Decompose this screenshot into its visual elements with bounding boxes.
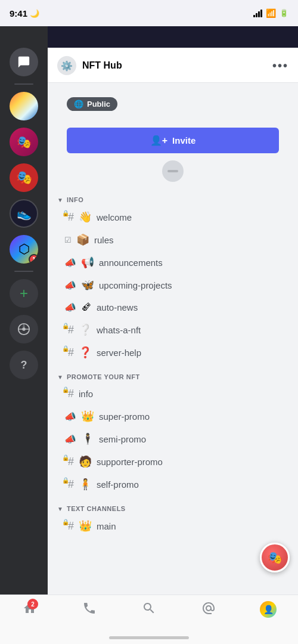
server-more-button[interactable]: ••• <box>272 59 288 73</box>
channel-rules[interactable]: ☑ 📦 rules <box>48 228 298 251</box>
scroll-indicator <box>162 160 184 182</box>
promote-chevron-icon: ▼ <box>57 374 63 380</box>
bottom-nav-home[interactable]: 2 <box>15 601 45 618</box>
self-promo-emoji: 🧍 <box>79 478 92 491</box>
invite-icon: 👤+ <box>150 135 167 146</box>
server-header: ⚙️ NFT Hub ••• <box>48 48 298 83</box>
info-chevron-icon: ▼ <box>57 197 63 203</box>
channel-main[interactable]: 🔒 # 👑 main <box>48 515 298 537</box>
sidebar-server-4[interactable]: 👟 <box>10 199 38 228</box>
supporter-promo-emoji: 🧑 <box>79 455 92 468</box>
main-emoji: 👑 <box>79 519 92 532</box>
mentions-icon <box>201 601 216 615</box>
invite-label: Invite <box>172 135 195 145</box>
server-nft-badge: 1 <box>29 254 38 264</box>
status-time: 9:41 <box>10 8 27 18</box>
rules-icon: ☑ <box>64 236 72 244</box>
bottom-nav-calls[interactable] <box>74 601 104 615</box>
autonews-emoji: 🗞 <box>81 301 92 314</box>
section-text-channels-header[interactable]: ▼ TEXT CHANNELS <box>48 500 298 515</box>
channel-auto-news[interactable]: 📣 🗞 auto-news <box>48 296 298 318</box>
whats-nft-emoji: ❔ <box>79 323 92 336</box>
home-badge: 2 <box>27 599 38 609</box>
channel-rules-name: rules <box>94 235 114 245</box>
channel-server-help-name: server-help <box>97 348 141 358</box>
channel-announcements[interactable]: 📣 📢 announcements <box>48 251 298 274</box>
channel-main-name: main <box>97 521 116 531</box>
channel-whats-nft[interactable]: 🔒 # ❔ whats-a-nft <box>48 318 298 341</box>
announce-icon-sp: 📣 <box>64 411 76 422</box>
main-channel-icon: 🔒 # <box>64 520 74 532</box>
section-promote-header[interactable]: ▼ PROMOTE YOUR NFT <box>48 369 298 383</box>
public-badge[interactable]: 🌐 Public <box>67 97 117 111</box>
super-promo-emoji: 👑 <box>81 410 94 423</box>
server-help-emoji: ❓ <box>79 346 92 359</box>
public-label: Public <box>87 100 110 109</box>
floating-action-circle[interactable]: 🎭 <box>260 543 290 572</box>
sidebar-divider-2 <box>14 271 33 272</box>
whats-nft-icon: 🔒 # <box>64 324 74 336</box>
help-button[interactable]: ? <box>10 351 38 379</box>
bottom-nav-profile[interactable]: 👤 <box>253 601 283 618</box>
upcoming-emoji: 🦋 <box>81 278 94 292</box>
welcome-emoji: 👋 <box>79 210 92 224</box>
server-header-left: ⚙️ NFT Hub <box>57 56 122 75</box>
status-bar: 9:41 🌙 📶 🔋 <box>0 0 298 26</box>
announcements-emoji: 📢 <box>81 256 94 269</box>
moon-icon: 🌙 <box>30 9 39 18</box>
sidebar-server-3[interactable]: 🎭 <box>10 163 38 192</box>
sidebar-messages-button[interactable] <box>10 48 38 76</box>
locked-hash-icon: 🔒 # <box>64 211 74 224</box>
section-info-header[interactable]: ▼ INFO <box>48 191 298 206</box>
announce-icon-2: 📣 <box>64 280 76 291</box>
server-settings-icon[interactable]: ⚙️ <box>57 56 76 75</box>
explore-button[interactable] <box>10 315 38 343</box>
channel-supporter-promo[interactable]: 🔒 # 🧑 supporter-promo <box>48 450 298 473</box>
signal-icon <box>253 10 262 17</box>
channel-whats-nft-name: whats-a-nft <box>97 325 141 335</box>
bottom-nav-search[interactable] <box>134 601 164 615</box>
text-channels-chevron-icon: ▼ <box>57 506 63 512</box>
bottom-nav-mentions[interactable] <box>194 601 224 615</box>
channel-super-promo-name: super-promo <box>99 411 150 422</box>
channel-self-promo[interactable]: 🔒 # 🧍 self-promo <box>48 473 298 496</box>
main-channel-list: ⚙️ NFT Hub ••• 🌐 Public 👤+ Invite ▼ INFO… <box>48 48 298 595</box>
channel-server-help[interactable]: 🔒 # ❓ server-help <box>48 341 298 364</box>
channel-autonews-name: auto-news <box>97 302 138 312</box>
invite-button[interactable]: 👤+ Invite <box>67 128 279 153</box>
channel-self-promo-name: self-promo <box>97 479 139 490</box>
profile-avatar: 👤 <box>260 601 277 618</box>
channel-semi-promo-name: semi-promo <box>99 434 146 444</box>
channel-supporter-promo-name: supporter-promo <box>97 457 163 467</box>
info-channel-icon: 🔒 # <box>64 388 74 400</box>
semi-promo-emoji: 🕴 <box>81 432 94 445</box>
sidebar-server-2[interactable]: 🎭 <box>10 128 38 156</box>
channel-welcome[interactable]: 🔒 # 👋 welcome <box>48 206 298 228</box>
supporter-promo-icon: 🔒 # <box>64 456 74 468</box>
text-channels-section-title: TEXT CHANNELS <box>67 505 126 512</box>
info-section-title: INFO <box>67 196 83 203</box>
sidebar-divider <box>14 83 33 85</box>
channel-upcoming-name: upcoming-projects <box>99 280 172 290</box>
channel-announcements-name: announcements <box>99 258 163 268</box>
channel-welcome-name: welcome <box>97 212 132 222</box>
channel-semi-promo[interactable]: 📣 🕴 semi-promo <box>48 428 298 450</box>
battery-icon: 🔋 <box>280 9 288 17</box>
calls-icon <box>82 601 97 615</box>
home-indicator <box>109 636 189 639</box>
promote-section-title: PROMOTE YOUR NFT <box>67 373 140 380</box>
announce-icon-semi: 📣 <box>64 434 76 445</box>
channel-super-promo[interactable]: 📣 👑 super-promo <box>48 405 298 428</box>
sidebar-server-1[interactable] <box>10 92 38 120</box>
server-help-icon: 🔒 # <box>64 346 74 359</box>
globe-icon: 🌐 <box>74 100 83 109</box>
channel-info[interactable]: 🔒 # info <box>48 383 298 405</box>
status-icons: 📶 🔋 <box>253 8 288 18</box>
channel-upcoming-projects[interactable]: 📣 🦋 upcoming-projects <box>48 274 298 296</box>
add-server-button[interactable]: + <box>10 279 38 308</box>
server-sidebar: 🎭 🎭 👟 ⬡ 1 + ? <box>0 26 48 595</box>
search-icon <box>142 601 156 615</box>
channel-info-name: info <box>79 389 93 399</box>
wifi-icon: 📶 <box>266 8 276 18</box>
sidebar-server-nft[interactable]: ⬡ 1 <box>10 235 38 264</box>
